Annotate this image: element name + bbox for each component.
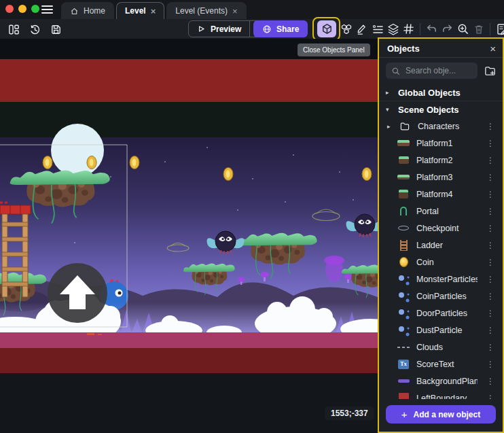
object-portal[interactable]: Portal ⋮ [379, 203, 503, 220]
object-platform1[interactable]: Platform1 ⋮ [379, 135, 503, 152]
grid-button[interactable] [401, 21, 416, 37]
save-icon [50, 23, 62, 36]
object-menu-icon[interactable]: ⋮ [484, 190, 503, 199]
object-scoretext[interactable]: Tx ScoreText ⋮ [379, 356, 503, 373]
redo-button[interactable] [440, 21, 454, 37]
object-menu-icon[interactable]: ⋮ [484, 360, 503, 369]
object-coinparticles[interactable]: CoinParticles ⋮ [379, 288, 503, 305]
object-menu-icon[interactable]: ⋮ [484, 241, 503, 250]
object-checkpoint[interactable]: Checkpoint ⋮ [379, 220, 503, 237]
object-ladder[interactable]: Ladder ⋮ [379, 237, 503, 254]
object-menu-icon[interactable]: ⋮ [484, 156, 503, 165]
object-menu-icon[interactable]: ⋮ [484, 207, 503, 216]
share-button[interactable]: Share [253, 20, 308, 37]
dark-band [0, 102, 378, 137]
dashes-thumbnail-icon [397, 341, 410, 353]
group-scene-objects[interactable]: ▾ Scene Objects [379, 101, 503, 118]
ladder-thumbnail-icon [397, 239, 410, 252]
edit-scene-variables-button[interactable] [494, 21, 504, 37]
zoom-window-button[interactable] [31, 5, 39, 13]
object-backgroundplants[interactable]: BackgroundPlants ⋮ [379, 373, 503, 389]
object-menu-icon[interactable]: ⋮ [484, 326, 503, 335]
ground-magenta-band[interactable] [0, 332, 378, 348]
gdevelop-window: Home Level × Level (Events) × [0, 0, 504, 433]
group-global-objects[interactable]: ▸ Global Objects [379, 84, 503, 101]
bottom-boundary-sprite[interactable] [0, 348, 378, 373]
object-menu-icon[interactable]: ⋮ [484, 173, 503, 182]
object-menu-icon[interactable]: ⋮ [484, 122, 503, 131]
expander-icon[interactable]: ▸ [386, 89, 392, 96]
moon-sprite[interactable] [51, 124, 104, 177]
object-menu-icon[interactable]: ⋮ [484, 394, 503, 400]
delete-button[interactable] [471, 21, 486, 37]
object-groups-button[interactable] [339, 21, 353, 37]
object-menu-icon[interactable]: ⋮ [484, 343, 503, 352]
lava-fleck [87, 333, 94, 335]
object-platform3[interactable]: Platform3 ⋮ [379, 169, 503, 186]
expander-icon[interactable]: ▸ [387, 123, 392, 130]
search-input[interactable] [404, 65, 468, 76]
layers-button[interactable] [386, 21, 400, 37]
jump-arrow-button-sprite[interactable] [48, 263, 107, 323]
share-label: Share [276, 24, 299, 34]
tab-level-events[interactable]: Level (Events) × [166, 2, 246, 19]
checkpoint-thumbnail-icon [397, 222, 410, 235]
object-monsterparticles[interactable]: MonsterParticles ⋮ [379, 271, 503, 288]
undo-button[interactable] [425, 21, 439, 37]
object-groups-icon [340, 22, 353, 36]
folder-plus-icon [484, 65, 497, 77]
object-clouds[interactable]: Clouds ⋮ [379, 339, 503, 356]
boundary-thumbnail-icon [397, 392, 410, 400]
close-tab-icon[interactable]: × [232, 7, 238, 16]
object-platform2[interactable]: Platform2 ⋮ [379, 152, 503, 169]
particles-thumbnail-icon [397, 290, 410, 302]
object-menu-icon[interactable]: ⋮ [484, 139, 503, 148]
object-menu-icon[interactable]: ⋮ [484, 224, 503, 233]
object-doorparticles[interactable]: DoorParticles ⋮ [379, 305, 503, 322]
add-folder-button[interactable] [482, 63, 497, 78]
version-history-button[interactable] [27, 22, 42, 37]
tab-bar: Home Level × Level (Events) × [0, 0, 504, 19]
objects-panel-toggle-button[interactable] [317, 20, 336, 37]
main-menu-icon[interactable] [41, 5, 53, 14]
object-coin[interactable]: Coin ⋮ [379, 254, 503, 271]
top-boundary-sprite[interactable] [0, 59, 378, 102]
plus-icon: + [401, 409, 408, 420]
preview-button[interactable]: Preview [189, 21, 249, 37]
editor-tabs: Home Level × Level (Events) × [61, 2, 247, 19]
close-tab-icon[interactable]: × [151, 7, 156, 16]
expander-icon[interactable]: ▾ [386, 106, 392, 113]
object-menu-icon[interactable]: ⋮ [484, 258, 503, 267]
instance-properties-button[interactable] [370, 21, 384, 37]
tab-label: Level [125, 6, 146, 16]
object-menu-icon[interactable]: ⋮ [484, 377, 503, 386]
project-manager-button[interactable] [6, 22, 21, 37]
add-new-object-button[interactable]: + Add a new object [386, 405, 496, 423]
lava-fleck [98, 334, 102, 335]
objects-panel: Objects × ▸ Global Objects [378, 37, 504, 433]
zoom-in-icon [456, 22, 469, 35]
tab-home[interactable]: Home [61, 2, 114, 19]
scene-editor-canvas[interactable] [0, 39, 378, 433]
portal-thumbnail-icon [397, 205, 410, 218]
plants-thumbnail-icon [397, 375, 410, 387]
history-icon [29, 23, 41, 36]
zoom-button[interactable] [456, 21, 470, 37]
object-leftboundary[interactable]: LeftBoundary ⋮ [379, 389, 503, 399]
minimize-window-button[interactable] [18, 5, 26, 13]
object-menu-icon[interactable]: ⋮ [484, 275, 503, 284]
object-search-box[interactable] [386, 63, 478, 79]
edit-object-button[interactable] [355, 21, 369, 37]
close-panel-icon[interactable]: × [490, 44, 496, 54]
object-platform4[interactable]: Platform4 ⋮ [379, 186, 503, 203]
tab-level[interactable]: Level × [116, 2, 164, 19]
cursor-coordinates-badge: 1553;-337 [325, 406, 374, 420]
object-folder-characters[interactable]: ▸ Characters ⋮ [379, 118, 503, 135]
object-menu-icon[interactable]: ⋮ [484, 309, 503, 318]
save-button[interactable] [48, 22, 63, 37]
object-dustparticle[interactable]: DustParticle ⋮ [379, 322, 503, 339]
preview-label: Preview [211, 24, 241, 34]
object-menu-icon[interactable]: ⋮ [484, 292, 503, 301]
close-window-button[interactable] [5, 5, 14, 13]
search-icon [391, 67, 400, 75]
